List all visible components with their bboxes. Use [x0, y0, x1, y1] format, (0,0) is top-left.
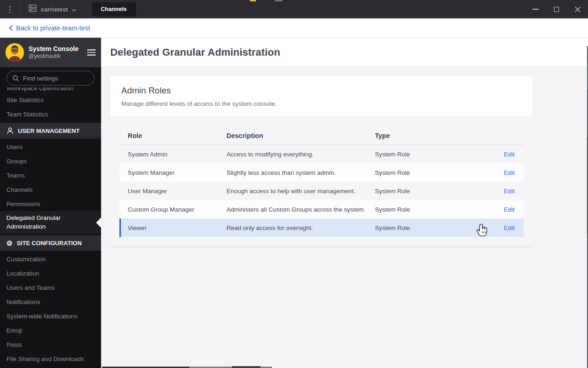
role-cell: System Manager	[119, 169, 226, 176]
sidebar-item-workspace-optimization[interactable]: Workspace Optimization	[0, 87, 101, 93]
sidebar-item-channels[interactable]: Channels	[0, 183, 101, 197]
search-icon	[12, 75, 19, 82]
card-subtitle: Manage different levels of access to the…	[121, 100, 522, 107]
type-cell: System Role	[375, 188, 492, 195]
description-cell: Read only access for oversight.	[226, 224, 375, 231]
sidebar-item-site-statistics[interactable]: Site Statistics	[0, 93, 101, 107]
table-row-user-manager: User Manager Enough access to help with …	[119, 182, 524, 200]
role-cell: System Admin	[119, 151, 226, 158]
description-cell: Enough access to help with user manageme…	[226, 188, 375, 195]
sidebar-item-localization[interactable]: Localization	[0, 266, 101, 281]
sidebar-item-customization[interactable]: Customization	[0, 252, 101, 266]
type-cell: System Role	[375, 206, 492, 213]
table-row-viewer[interactable]: Viewer Read only access for oversight. S…	[119, 218, 524, 237]
minimize-icon	[532, 9, 538, 10]
sidebar-item-users-and-teams[interactable]: Users and Teams	[0, 281, 101, 295]
user-management-icon	[6, 127, 14, 134]
edit-link[interactable]: Edit	[504, 224, 514, 231]
tab-channels[interactable]: Channels	[92, 2, 136, 16]
description-cell: Access to modifying everything.	[226, 151, 375, 158]
main-header: Delegated Granular Administration	[101, 38, 588, 67]
column-header-description: Description	[226, 132, 375, 139]
sidebar-nav: Workspace Optimization Site Statistics T…	[0, 86, 101, 368]
maximize-icon	[554, 7, 559, 12]
type-cell: System Role	[375, 224, 492, 231]
description-cell: Administers all Custom Groups across the…	[226, 206, 375, 213]
maximize-button[interactable]	[546, 0, 567, 18]
close-button[interactable]	[567, 0, 588, 18]
server-switcher-button[interactable]: carrietest	[28, 4, 76, 14]
roles-table: Role Description Type System Admin Acces…	[110, 115, 533, 246]
sidebar-item-delegated-granular-administration[interactable]: Delegated Granular Administration	[0, 211, 101, 234]
sidebar-item-teams[interactable]: Teams	[0, 168, 101, 183]
server-name: carrietest	[41, 6, 68, 13]
hamburger-menu-icon[interactable]	[87, 49, 96, 56]
table-row-custom-group-manager: Custom Group Manager Administers all Cus…	[119, 200, 524, 218]
role-cell: User Manager	[119, 188, 226, 195]
back-link-label: Back to private-team-test	[16, 24, 90, 32]
sidebar-item-permissions[interactable]: Permissions	[0, 197, 101, 211]
avatar[interactable]	[6, 43, 24, 62]
app-menu-kebab-icon[interactable]	[0, 6, 19, 13]
gear-icon: ⚙	[6, 240, 12, 247]
column-header-type: Type	[375, 132, 492, 139]
chevron-down-icon	[72, 5, 76, 13]
sidebar-item-groups[interactable]: Groups	[0, 154, 101, 168]
window-titlebar: carrietest Channels	[0, 0, 588, 18]
main-panel: Delegated Granular Administration Admin …	[101, 38, 588, 368]
sidebar-header: System Console @yesbhautik	[0, 38, 101, 67]
chevron-left-icon	[9, 25, 13, 31]
table-row-system-admin: System Admin Access to modifying everyth…	[119, 145, 524, 163]
table-header-row: Role Description Type	[119, 126, 524, 145]
type-cell: System Role	[375, 169, 492, 176]
sidebar-item-team-statistics[interactable]: Team Statistics	[0, 107, 101, 121]
sidebar-item-notifications[interactable]: Notifications	[0, 295, 101, 309]
sidebar-item-file-sharing-and-downloads[interactable]: File Sharing and Downloads	[0, 352, 101, 366]
screen-edge-artifact	[232, 366, 260, 368]
screen-edge-artifact	[250, 0, 256, 1]
edit-link[interactable]: Edit	[504, 151, 514, 158]
minimize-button[interactable]	[525, 0, 546, 18]
main-content: Admin Roles Manage different levels of a…	[101, 67, 588, 368]
system-console-sidebar: System Console @yesbhautik Workspace Opt…	[0, 38, 101, 368]
admin-roles-card: Admin Roles Manage different levels of a…	[110, 76, 533, 246]
role-cell: Custom Group Manager	[119, 206, 226, 213]
back-navigation-bar: Back to private-team-test	[0, 18, 588, 38]
search-input[interactable]	[23, 75, 87, 82]
card-title: Admin Roles	[121, 86, 522, 96]
description-cell: Slightly less access than system admin.	[226, 169, 375, 176]
selected-item-caret	[96, 218, 101, 228]
page-title: Delegated Granular Administration	[110, 46, 280, 58]
console-title: System Console	[28, 45, 79, 53]
screen-edge-artifact	[275, 0, 283, 1]
find-settings-searchbox[interactable]	[6, 71, 95, 86]
edit-link[interactable]: Edit	[504, 206, 514, 213]
close-icon	[575, 6, 581, 12]
sidebar-section-site-configuration[interactable]: ⚙ SITE CONFIGURATION	[0, 235, 101, 251]
sidebar-item-system-wide-notifications[interactable]: System-wide Notifications	[0, 309, 101, 323]
column-header-role: Role	[119, 132, 226, 139]
edit-link[interactable]: Edit	[504, 188, 514, 195]
sidebar-item-posts[interactable]: Posts	[0, 338, 101, 352]
back-to-team-link[interactable]: Back to private-team-test	[9, 24, 90, 32]
titlebar-divider	[19, 3, 20, 15]
sidebar-section-user-management[interactable]: USER MANAGEMENT	[0, 123, 101, 138]
sidebar-item-emoji[interactable]: Emoji	[0, 323, 101, 338]
server-icon	[28, 4, 37, 14]
console-username: @yesbhautik	[28, 53, 79, 60]
card-header: Admin Roles Manage different levels of a…	[110, 76, 533, 115]
table-row-system-manager: System Manager Slightly less access than…	[119, 163, 524, 182]
type-cell: System Role	[375, 151, 492, 158]
sidebar-item-users[interactable]: Users	[0, 140, 101, 154]
role-cell: Viewer	[119, 224, 226, 231]
edit-link[interactable]: Edit	[504, 169, 514, 176]
